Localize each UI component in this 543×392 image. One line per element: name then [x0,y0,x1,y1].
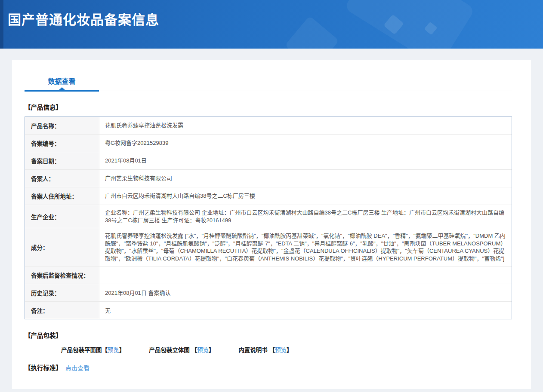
table-row-post-filing-inspection: 备案后监督检查情况： [25,266,512,284]
row-label: 备案编号： [25,135,99,152]
row-value: 2021年08月01日 [99,152,512,169]
row-label: 备案人： [25,170,99,187]
preview-link-manual[interactable]: 预览 [275,347,287,353]
section-title-product-info: 【产品信息】 [25,102,512,111]
section-title-standard: 【执行标准】 [25,363,62,372]
preview-link-flat-image[interactable]: 预览 [108,347,119,353]
packaging-item-bracket: 】 [287,347,293,353]
row-value: 广州艺柔生物科技有限公司 [99,170,512,187]
row-label: 生产企业： [25,205,99,228]
product-info-table: 产品名称： 花肌氏奢养臻享控油蓬松洗发露 备案编号： 粤G妆网备字2021529… [25,116,512,319]
table-row-remarks: 备注： 无 [25,302,512,319]
table-row-filing-person-address: 备案人住所地址： 广州市白云区均禾街清湖村大山路自编38号之二C栋厂房三楼 [25,187,512,205]
section-title-packaging: 【产品包装】 [25,331,512,340]
header-decoration [344,0,475,49]
packaging-item-label: 产品包装平面图【 [61,347,108,353]
header-edge-strip [0,0,3,49]
page-header: 国产普通化妆品备案信息 [0,0,543,49]
table-row-filing-date: 备案日期： 2021年08月01日 [25,152,512,170]
header-decoration [285,16,339,49]
table-row-filing-number: 备案编号： 粤G妆网备字2021529839 [25,135,512,152]
tab-data-view-label: 数据查看 [48,78,75,85]
packaging-item-bracket: 】 [209,347,215,353]
packaging-item-label: 产品包装立体图 【 [149,347,197,353]
table-row-manufacturer: 生产企业： 企业名称：广州艺柔生物科技有限公司 企业地址：广州市白云区均禾街清湖… [25,205,512,228]
row-label: 历史记录： [25,284,99,301]
table-row-filing-person: 备案人： 广州艺柔生物科技有限公司 [25,170,512,187]
table-row-history: 历史记录： 2021年08月01日 备案确认 [25,284,512,302]
page-footer: 本站由国家药品监督管理局主办 版权所有 Copyright © NMPA All… [0,389,543,392]
tab-bar: 数据查看 [25,76,512,91]
row-value: 花肌氏奢养臻享控油蓬松洗发露 [99,117,512,134]
row-label: 备案人住所地址： [25,187,99,205]
row-label: 备案日期： [25,152,99,169]
table-row-ingredients: 成分： 花肌氏奢养臻享控油蓬松洗发露 ["水"，"月桂醇聚醚硫酸酯钠"，"椰油酰… [25,228,512,266]
row-value: 2021年08月01日 备案确认 [99,284,512,301]
tab-active-underline [25,90,99,92]
page-title: 国产普通化妆品备案信息 [8,9,159,28]
row-label: 产品名称： [25,117,99,134]
row-value: 企业名称：广州艺柔生物科技有限公司 企业地址：广州市白云区均禾街清湖村大山路自编… [99,205,512,228]
row-label: 备案后监督检查情况： [25,266,99,284]
content-card: 数据查看 【产品信息】 产品名称： 花肌氏奢养臻享控油蓬松洗发露 备案编号： 粤… [12,60,531,389]
standard-row: 【执行标准】点击查看 [25,363,512,372]
row-value [99,266,512,284]
standard-view-link[interactable]: 点击查看 [65,364,89,371]
row-value: 花肌氏奢养臻享控油蓬松洗发露 ["水"，"月桂醇聚醚硫酸酯钠"，"椰油酰胺丙基甜… [99,228,512,266]
packaging-item-flat-image: 产品包装平面图【预览】 [61,345,125,354]
packaging-item-bracket: 】 [119,347,125,353]
row-value: 广州市白云区均禾街清湖村大山路自编38号之二C栋厂房三楼 [99,187,512,205]
row-label: 备注： [25,302,99,319]
packaging-item-label: 内置说明书 【 [238,347,275,353]
packaging-item-3d-image: 产品包装立体图 【预览】 [149,345,214,354]
tab-active-pointer-icon [59,87,65,90]
table-row-product-name: 产品名称： 花肌氏奢养臻享控油蓬松洗发露 [25,117,512,135]
row-label: 成分： [25,228,99,266]
packaging-links-row: 产品包装平面图【预览】 产品包装立体图 【预览】 内置说明书 【预览】 [25,345,512,354]
row-value: 粤G妆网备字2021529839 [99,135,512,152]
tab-data-view[interactable]: 数据查看 [25,76,99,91]
packaging-item-manual: 内置说明书 【预览】 [238,345,292,354]
row-value: 无 [99,302,512,319]
preview-link-3d-image[interactable]: 预览 [197,347,209,353]
